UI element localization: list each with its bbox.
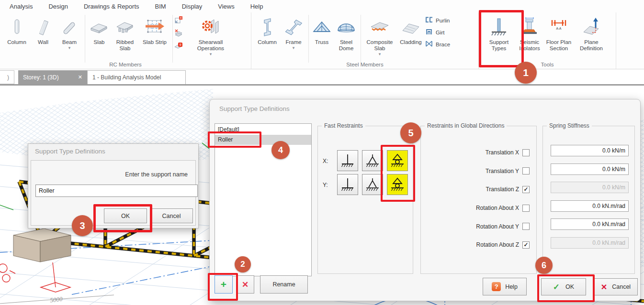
restraint-row: Translation Y [421, 162, 530, 181]
tab-partial[interactable]: ) [0, 70, 14, 84]
translation-z-checkbox[interactable]: ✓ [522, 186, 530, 193]
callout-3: 3 [72, 215, 93, 236]
ok-button[interactable]: ✓ OK [541, 278, 586, 295]
translation-y-checkbox[interactable] [522, 167, 530, 174]
ribbon-button-purlin[interactable]: Purlin [425, 16, 462, 25]
svg-text:9: 9 [179, 43, 181, 47]
menu-design[interactable]: Design [48, 3, 68, 10]
ribbon: Column Wall Beam ▾ Slab [0, 12, 644, 69]
ribbon-button-steel-dome[interactable]: Steel Dome [333, 12, 359, 52]
support-symbol [0, 262, 70, 292]
ribbon-button-shearwall-operations[interactable]: Shearwall Operations ▾ [187, 12, 235, 56]
restraint-row: Rotation About X [421, 199, 530, 218]
cancel-button[interactable]: ✕ Cancel [594, 278, 638, 295]
menu-display[interactable]: Display [182, 3, 203, 10]
list-item-roller[interactable]: Roller [215, 135, 311, 145]
ribbon-button-plane-definition[interactable]: Plane Definition [575, 12, 608, 52]
menu-drawings-reports[interactable]: Drawings & Reports [84, 3, 139, 10]
roller-support-y-button[interactable] [387, 174, 408, 195]
rotation-y-checkbox[interactable] [522, 223, 530, 230]
spring-field-translation-z: 0.0 kN/m [551, 182, 629, 193]
rotation-z-checkbox[interactable]: ✓ [522, 241, 530, 249]
support-name-prompt: Enter the support name [125, 171, 188, 178]
ribbon-button-column[interactable]: Column [3, 12, 31, 45]
menu-analysis[interactable]: Analysis [10, 3, 33, 10]
menu-help[interactable]: Help [250, 3, 263, 10]
slab-layers-icon[interactable] [174, 29, 187, 39]
spring-field-translation-x[interactable]: 0.0 kN/m [551, 145, 629, 156]
rename-button[interactable]: Rename [260, 275, 308, 294]
wall-icon [34, 14, 52, 38]
ribbon-divider [361, 15, 361, 63]
spring-field-translation-y[interactable]: 0.0 kN/m [551, 163, 629, 175]
truss-icon [312, 14, 331, 38]
translation-x-checkbox[interactable] [522, 149, 530, 156]
fixed-support-x-button[interactable] [337, 150, 358, 171]
dimension-label: 5000 [50, 295, 63, 304]
app-window: Analysis Design Drawings & Reports BIM D… [0, 0, 644, 305]
seismic-isolators-icon [519, 14, 540, 38]
ribbon-button-slab[interactable]: Slab [87, 12, 112, 45]
slab-icon [90, 14, 109, 38]
ribbon-group-label: Tools [479, 62, 616, 67]
ribbon-group-tools: Support Types Seismic Isolators A-A Floo… [479, 12, 616, 69]
svg-text:A-A: A-A [556, 27, 562, 30]
plus-icon: + [221, 280, 226, 289]
ribbon-group-steel-members: Column Frame ▾ Truss Steel Dome [251, 12, 479, 69]
frame-icon [284, 14, 303, 38]
add-support-type-button[interactable]: + [215, 275, 233, 294]
rotation-x-checkbox[interactable] [522, 205, 530, 212]
help-button[interactable]: ? Help [483, 278, 527, 295]
support-name-dialog: Support Type Definitions Enter the suppo… [28, 143, 199, 229]
ribbon-button-wall[interactable]: Wall [31, 12, 56, 45]
ribbon-button-girt[interactable]: Girt [425, 28, 462, 37]
close-icon[interactable]: ✕ [78, 74, 82, 80]
ribbon-button-support-types[interactable]: Support Types [482, 12, 516, 52]
menu-views[interactable]: Views [218, 3, 234, 10]
support-name-input[interactable] [35, 185, 198, 197]
menu-bim[interactable]: BIM [155, 3, 166, 10]
callout-4: 4 [271, 141, 290, 159]
purlin-girt-brace-stack: Purlin Girt Brace [425, 12, 462, 49]
tab-building-analysis-model[interactable]: 1 - Building Analysis Model [87, 70, 186, 84]
ribbon-button-floor-plan-section[interactable]: A-A Floor Plan Section [543, 12, 575, 52]
restraint-row: Translation Z ✓ [421, 180, 530, 199]
name-cancel-button[interactable]: Cancel [150, 208, 193, 223]
list-item-default[interactable]: [Default] [215, 125, 311, 135]
ribbon-button-brace[interactable]: Brace [425, 40, 462, 49]
ribbon-button-steel-column[interactable]: Column [254, 12, 280, 45]
check-icon: ✓ [553, 282, 560, 292]
ribbon-button-seismic-isolators[interactable]: Seismic Isolators [516, 12, 543, 52]
ribbon-group-label: RC Members [0, 62, 251, 67]
fixed-support-icon [339, 176, 356, 193]
steel-column-icon [258, 14, 277, 38]
ribbon-button-slab-strip[interactable]: Slab Strip [138, 12, 171, 45]
pinned-support-x-button[interactable] [362, 150, 383, 171]
fixed-support-y-button[interactable] [337, 174, 358, 195]
roller-support-x-button[interactable] [387, 150, 408, 171]
support-type-list[interactable]: [Default] Roller [215, 123, 312, 276]
delete-support-type-button[interactable]: ✕ [236, 275, 254, 294]
ribbon-button-composite-slab[interactable]: Composite Slab ▾ [362, 12, 397, 56]
ribbon-button-beam[interactable]: Beam ▾ [56, 12, 83, 50]
delete-icon: ✕ [242, 280, 249, 290]
ribbon-button-truss[interactable]: Truss [310, 12, 333, 45]
slab-tools-stack: 9 [174, 12, 187, 52]
ribbon-button-cladding[interactable]: Cladding [397, 12, 425, 45]
ribbed-slab-icon [115, 14, 135, 38]
pinned-support-y-button[interactable] [362, 174, 383, 195]
spring-field-rotation-x[interactable]: 0.0 kN.m/rad [551, 200, 629, 212]
spring-field-rotation-y[interactable]: 0.0 kN.m/rad [551, 218, 629, 230]
slab-trim-icon[interactable] [174, 16, 187, 26]
dialog-panel: Enter the support name OK Cancel [31, 160, 196, 226]
tab-storey-3d[interactable]: Storey: 1 (3D) ✕ [18, 70, 87, 84]
spring-field-rotation-z: 0.0 kN.m/rad [551, 237, 629, 249]
name-ok-button[interactable]: OK [104, 208, 147, 223]
help-icon: ? [492, 282, 501, 291]
ribbon-button-frame[interactable]: Frame ▾ [280, 12, 307, 50]
fixed-support-icon [339, 152, 356, 169]
slab-number-icon[interactable]: 9 [174, 42, 187, 52]
menu-bar: Analysis Design Drawings & Reports BIM D… [0, 0, 644, 12]
slab-strip-icon [145, 14, 165, 38]
ribbon-button-ribbed-slab[interactable]: Ribbed Slab [112, 12, 138, 52]
